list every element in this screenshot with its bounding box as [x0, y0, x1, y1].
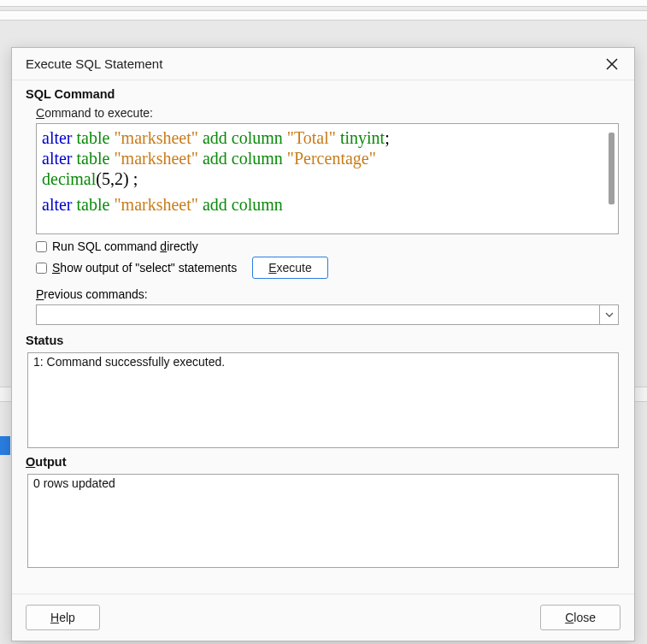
show-output-checkbox[interactable] — [36, 263, 47, 274]
sql-command-textarea[interactable]: alter table "marksheet" add column "Tota… — [36, 123, 619, 234]
background-toolbar-strip-2 — [0, 10, 647, 21]
status-text: 1: Command successfully executed. — [33, 355, 613, 369]
status-box[interactable]: 1: Command successfully executed. — [27, 352, 619, 448]
output-text: 0 rows updated — [33, 476, 613, 490]
dialog-footer: Help Close — [12, 594, 634, 641]
status-header: Status — [26, 334, 621, 347]
previous-commands-value[interactable] — [37, 305, 599, 324]
command-to-execute-label: Command to execute: — [36, 106, 621, 120]
output-header: Output — [26, 455, 621, 469]
close-button[interactable]: Close — [540, 605, 621, 630]
sql-scrollbar-thumb[interactable] — [609, 133, 615, 204]
run-sql-directly-label: Run SQL command directly — [52, 239, 198, 253]
run-sql-directly-checkbox[interactable] — [36, 241, 47, 252]
dialog-title: Execute SQL Statement — [26, 56, 162, 71]
run-direct-row: Run SQL command directly — [36, 239, 621, 253]
background-toolbar-strip — [0, 0, 647, 7]
previous-commands-label: Previous commands: — [36, 287, 621, 301]
dialog-titlebar: Execute SQL Statement — [12, 48, 634, 80]
show-output-label: Show output of "select" statements — [52, 261, 237, 275]
background-selection-marker — [0, 436, 10, 455]
close-icon[interactable] — [602, 54, 622, 74]
help-button[interactable]: Help — [26, 605, 100, 630]
chevron-down-icon[interactable] — [599, 305, 618, 324]
execute-button[interactable]: Execute — [252, 257, 328, 279]
dialog-body: SQL Command Command to execute: alter ta… — [12, 80, 634, 594]
previous-commands-dropdown[interactable] — [36, 304, 619, 325]
sql-command-header: SQL Command — [26, 87, 621, 101]
execute-sql-dialog: Execute SQL Statement SQL Command Comman… — [11, 47, 635, 641]
output-box[interactable]: 0 rows updated — [27, 474, 619, 568]
